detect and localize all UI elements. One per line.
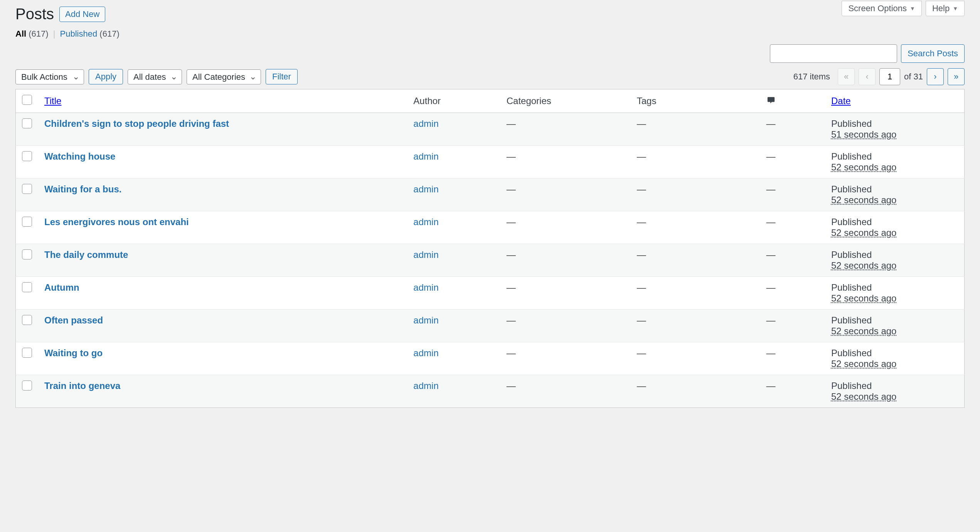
post-status: Published [831,217,958,227]
post-date-relative: 52 seconds ago [831,326,958,337]
author-link[interactable]: admin [413,282,438,293]
apply-button[interactable]: Apply [89,69,123,84]
row-checkbox[interactable] [22,348,32,358]
post-date-relative: 52 seconds ago [831,359,958,369]
row-checkbox[interactable] [22,315,32,325]
column-categories: Categories [500,89,631,113]
filter-published-link[interactable]: Published (617) [60,29,120,39]
categories-value: — [507,151,516,162]
separator: | [53,29,56,39]
author-link[interactable]: admin [413,380,438,391]
post-date-relative: 52 seconds ago [831,195,958,205]
post-title-link[interactable]: Waiting to go [44,348,103,358]
row-checkbox[interactable] [22,184,32,194]
table-row: Train into geneva admin — — — Published … [16,375,965,408]
filter-all-link[interactable]: All (617) [15,29,51,39]
column-author: Author [407,89,500,113]
categories-value: — [507,348,516,358]
row-checkbox[interactable] [22,282,32,292]
category-filter-select[interactable]: All Categories [187,69,261,84]
caret-down-icon: ▼ [910,5,915,12]
row-checkbox[interactable] [22,249,32,259]
table-row: Waiting to go admin — — — Published 52 s… [16,342,965,375]
tags-value: — [637,118,646,129]
post-status: Published [831,184,958,195]
author-link[interactable]: admin [413,217,438,227]
comments-value: — [766,249,776,260]
table-row: The daily commute admin — — — Published … [16,244,965,277]
post-title-link[interactable]: Children's sign to stop people driving f… [44,118,229,129]
filter-all-label: All [15,29,26,39]
table-row: Often passed admin — — — Published 52 se… [16,310,965,342]
post-status: Published [831,249,958,260]
author-link[interactable]: admin [413,249,438,260]
post-title-link[interactable]: Often passed [44,315,103,325]
categories-value: — [507,380,516,391]
table-row: Autumn admin — — — Published 52 seconds … [16,277,965,310]
tags-value: — [637,184,646,194]
post-title-link[interactable]: Autumn [44,282,79,293]
post-date-relative: 52 seconds ago [831,391,958,402]
tags-value: — [637,282,646,293]
post-title-link[interactable]: Watching house [44,151,115,162]
comment-icon [766,96,776,104]
row-checkbox[interactable] [22,217,32,227]
screen-options-label: Screen Options [848,3,907,13]
categories-value: — [507,118,516,129]
categories-value: — [507,184,516,194]
row-checkbox[interactable] [22,151,32,161]
tags-value: — [637,217,646,227]
help-button[interactable]: Help ▼ [926,1,965,16]
add-new-button[interactable]: Add New [59,7,105,22]
comments-value: — [766,217,776,227]
author-link[interactable]: admin [413,315,438,325]
post-title-link[interactable]: The daily commute [44,249,128,260]
row-checkbox[interactable] [22,380,32,391]
column-date[interactable]: Date [831,96,851,106]
comments-value: — [766,380,776,391]
table-row: Waiting for a bus. admin — — — Published… [16,178,965,211]
table-row: Watching house admin — — — Published 52 … [16,146,965,178]
comments-value: — [766,282,776,293]
prev-page-button[interactable]: ‹ [859,68,876,85]
select-all-checkbox[interactable] [22,95,32,105]
first-page-button[interactable]: « [838,68,855,85]
filter-all-count: (617) [29,29,48,39]
page-of-text: of 31 [904,72,923,82]
tags-value: — [637,380,646,391]
post-title-link[interactable]: Train into geneva [44,380,120,391]
date-filter-select[interactable]: All dates [128,69,182,84]
categories-value: — [507,249,516,260]
tags-value: — [637,348,646,358]
filter-published-label: Published [60,29,98,39]
posts-table: Title Author Categories Tags Date Childr… [15,89,965,408]
screen-options-button[interactable]: Screen Options ▼ [842,1,922,16]
page-title: Posts [15,5,54,23]
last-page-button[interactable]: » [948,68,965,85]
row-checkbox[interactable] [22,118,32,128]
tags-value: — [637,249,646,260]
help-label: Help [932,3,950,13]
table-row: Les energivores nous ont envahi admin — … [16,211,965,244]
post-status: Published [831,151,958,162]
post-date-relative: 52 seconds ago [831,293,958,304]
search-input[interactable] [770,44,897,63]
filter-button[interactable]: Filter [266,69,298,84]
tags-value: — [637,151,646,162]
post-title-link[interactable]: Waiting for a bus. [44,184,121,194]
author-link[interactable]: admin [413,348,438,358]
current-page-input[interactable] [879,68,900,85]
post-date-relative: 52 seconds ago [831,162,958,173]
search-posts-button[interactable]: Search Posts [901,44,965,63]
post-status: Published [831,348,958,359]
bulk-actions-select[interactable]: Bulk Actions [15,69,84,84]
post-title-link[interactable]: Les energivores nous ont envahi [44,217,189,227]
comments-value: — [766,348,776,358]
categories-value: — [507,282,516,293]
author-link[interactable]: admin [413,151,438,162]
author-link[interactable]: admin [413,118,438,129]
column-title[interactable]: Title [44,96,61,106]
next-page-button[interactable]: › [927,68,944,85]
comments-value: — [766,118,776,129]
author-link[interactable]: admin [413,184,438,194]
